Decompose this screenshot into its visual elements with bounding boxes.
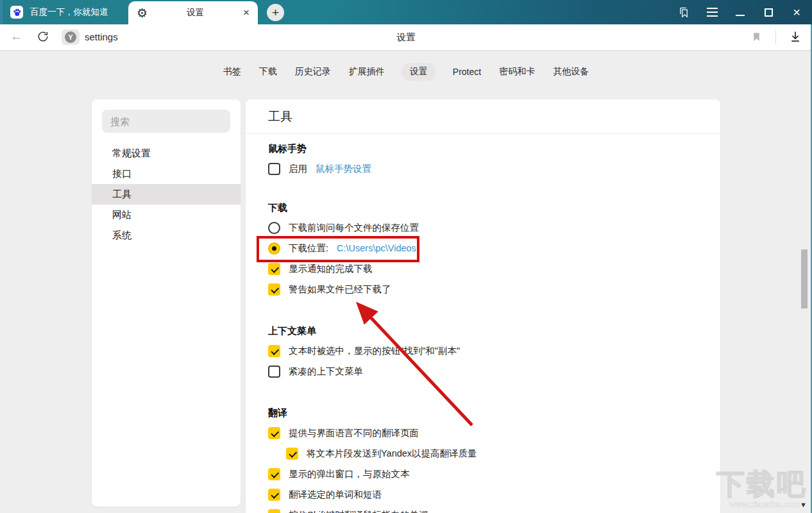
setting-label: 下载前询问每个文件的保存位置 [289, 222, 419, 234]
minimize-button[interactable] [726, 0, 754, 24]
setting-row-send-fragments: 将文本片段发送到Yandex以提高翻译质量 [268, 443, 698, 464]
watermark-title: 下载吧 [716, 470, 807, 498]
checkbox-compact-menu[interactable] [268, 366, 280, 378]
side-panels-button[interactable] [670, 0, 698, 24]
setting-row-compact-menu: 紧凑的上下文菜单 [268, 361, 698, 382]
downloads-button[interactable] [789, 29, 802, 46]
setting-row-download-location: 下载位置: C:\Users\pc\Videos [268, 238, 698, 258]
maximize-icon [765, 8, 773, 17]
baidu-favicon-icon [10, 6, 23, 19]
radio-ask-location[interactable] [268, 222, 280, 234]
page-title-center: 设置 [397, 31, 416, 44]
scrollbar-thumb[interactable] [801, 249, 808, 308]
setting-row-notify-complete: 显示通知的完成下载 [268, 258, 698, 279]
nav-settings[interactable]: 设置 [402, 63, 436, 81]
tab-bar: 百度一下，你就知道 ⚙ 设置 × + × [0, 0, 812, 24]
section-heading-downloads: 下载 [268, 198, 698, 217]
setting-row-enable-gestures: 启用 鼠标手势设置 [268, 158, 698, 179]
checkbox-translate-selected[interactable] [268, 489, 280, 501]
setting-label: 提供与界面语言不同的翻译页面 [289, 427, 419, 439]
new-tab-button[interactable]: + [267, 4, 284, 21]
watermark-triangle-icon: ▼ [800, 501, 807, 509]
search-input[interactable] [102, 110, 230, 133]
page-title: 工具 [246, 99, 720, 134]
checkbox-notify-complete[interactable] [268, 263, 280, 275]
nav-downloads[interactable]: 下载 [258, 63, 278, 81]
setting-label: 显示的弹出窗口，与原始文本 [289, 468, 410, 480]
sidebar-item-interface[interactable]: 接口 [92, 164, 241, 184]
back-button[interactable]: ← [10, 29, 22, 44]
nav-extensions[interactable]: 扩展插件 [348, 63, 386, 81]
window-edge-accent [0, 0, 3, 24]
tab-title: 设置 [148, 7, 243, 19]
checkbox-text-selected-buttons[interactable] [268, 345, 280, 357]
sidebar-list: 常规设置 接口 工具 网站 系统 [92, 143, 241, 246]
watermark-url-text: www.xiazaiba.com [729, 500, 800, 509]
checkbox-popup-original[interactable] [268, 468, 280, 480]
sidebar-search [102, 110, 230, 133]
setting-label: 翻译选定的单词和短语 [289, 489, 382, 501]
hamburger-icon [707, 8, 718, 17]
setting-label: 按住Shift键时翻译鼠标指向的单词 [289, 509, 428, 513]
radio-download-location[interactable] [268, 242, 280, 255]
sidebar-item-websites[interactable]: 网站 [92, 205, 241, 225]
checkbox-offer-translate[interactable] [268, 427, 280, 439]
toolbar-divider [775, 30, 776, 44]
download-icon [789, 29, 802, 44]
sidebar-item-tools[interactable]: 工具 [92, 184, 241, 205]
minimize-icon [736, 15, 745, 16]
nav-protect[interactable]: Protect [452, 63, 482, 80]
panels-icon [678, 6, 690, 19]
settings-sidebar: 常规设置 接口 工具 网站 系统 [92, 99, 241, 507]
setting-label: 紧凑的上下文菜单 [289, 366, 363, 378]
gear-icon: ⚙ [137, 7, 148, 19]
section-heading-translation: 翻译 [268, 403, 698, 423]
setting-row-translate-hover: 按住Shift键时翻译鼠标指向的单词 [268, 505, 698, 513]
browser-tab-settings[interactable]: ⚙ 设置 × [128, 1, 258, 24]
gesture-settings-link[interactable]: 鼠标手势设置 [316, 163, 371, 175]
sidebar-item-system[interactable]: 系统 [92, 225, 241, 246]
address-toolbar: ← Y settings 设置 [0, 24, 812, 50]
address-url[interactable]: settings [85, 31, 118, 42]
close-window-button[interactable]: × [782, 0, 811, 24]
checkbox-enable-gestures[interactable] [268, 163, 280, 175]
setting-row-offer-translate: 提供与界面语言不同的翻译页面 [268, 423, 698, 443]
setting-row-popup-original: 显示的弹出窗口，与原始文本 [268, 464, 698, 484]
browser-tab-baidu[interactable]: 百度一下，你就知道 [4, 0, 127, 24]
checkbox-warn-downloaded[interactable] [268, 283, 280, 296]
setting-row-translate-selected: 翻译选定的单词和短语 [268, 484, 698, 505]
settings-content: 鼠标手势 启用 鼠标手势设置 下载 下载前询问每个文件的保存位置 下载位置: C… [246, 134, 720, 513]
tab-title: 百度一下，你就知道 [30, 6, 108, 18]
setting-label: 警告如果文件已经下载了 [289, 283, 391, 296]
nav-passwords[interactable]: 密码和卡 [498, 63, 536, 81]
settings-main-panel: 工具 鼠标手势 启用 鼠标手势设置 下载 下载前询问每个文件的保存位置 下载位置… [246, 99, 720, 513]
setting-label: 文本时被选中，显示的按钮"找到"和"副本" [289, 345, 460, 357]
bookmark-flag-icon [751, 31, 762, 43]
reload-icon [37, 31, 49, 42]
setting-label: 下载位置: [289, 242, 328, 255]
download-path-link[interactable]: C:\Users\pc\Videos [337, 243, 416, 253]
window-controls: × [670, 0, 811, 24]
close-tab-icon[interactable]: × [243, 6, 250, 19]
bookmark-button[interactable] [751, 31, 762, 46]
nav-other-devices[interactable]: 其他设备 [552, 63, 590, 81]
yandex-y-icon: Y [65, 31, 76, 43]
section-heading-context-menu: 上下文菜单 [268, 321, 698, 341]
section-heading-mouse-gestures: 鼠标手势 [268, 139, 698, 158]
sidebar-item-general[interactable]: 常规设置 [92, 143, 241, 164]
reload-button[interactable] [37, 31, 49, 45]
site-badge[interactable]: Y [62, 29, 80, 45]
nav-history[interactable]: 历史记录 [294, 63, 332, 81]
nav-bookmarks[interactable]: 书签 [222, 63, 242, 81]
menu-button[interactable] [698, 0, 726, 24]
setting-label: 将文本片段发送到Yandex以提高翻译质量 [307, 448, 477, 460]
watermark: 下载吧 www.xiazaiba.com▼ [716, 470, 807, 509]
watermark-url: www.xiazaiba.com▼ [716, 500, 807, 509]
setting-label: 启用 [289, 163, 307, 175]
checkbox-translate-hover[interactable] [268, 509, 280, 513]
setting-row-warn-downloaded: 警告如果文件已经下载了 [268, 279, 698, 299]
setting-label: 显示通知的完成下载 [289, 263, 373, 275]
setting-row-ask-location: 下载前询问每个文件的保存位置 [268, 217, 698, 238]
checkbox-send-fragments[interactable] [286, 448, 298, 460]
maximize-button[interactable] [754, 0, 782, 24]
